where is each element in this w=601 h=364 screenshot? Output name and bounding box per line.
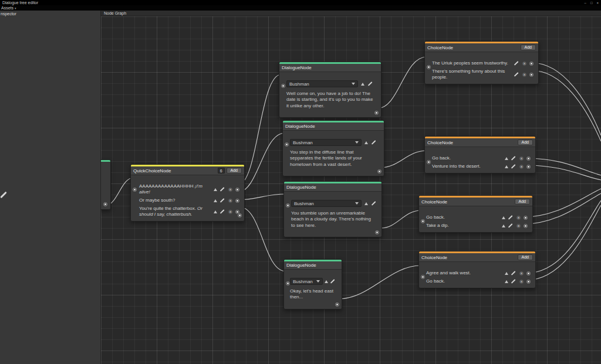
input-port[interactable] [421,219,425,223]
collapse-triangle-icon[interactable] [502,216,505,219]
choice-output-port[interactable] [526,280,531,284]
collapse-triangle-icon[interactable] [502,224,505,227]
remove-x-icon[interactable]: x [228,209,233,215]
add-choice-button[interactable]: Add [518,254,533,260]
node-header[interactable]: DialogueNode [283,123,384,131]
remove-x-icon[interactable]: x [522,61,527,66]
node-header[interactable]: DialogueNode [279,64,381,72]
edit-pencil-icon[interactable] [371,140,377,145]
remove-x-icon[interactable]: x [228,187,233,192]
remove-x-icon[interactable]: x [516,215,521,220]
edit-pencil-icon[interactable] [367,81,373,87]
add-choice-button[interactable]: Add [515,199,530,205]
collapse-triangle-icon[interactable] [505,280,508,283]
node-header[interactable]: ChoiceNode Add [425,43,538,52]
dialogue-node[interactable]: DialogueNode Bushman You stumble upon an… [283,181,382,237]
input-port[interactable] [427,160,431,164]
input-port[interactable] [286,203,290,207]
edit-pencil-icon[interactable] [371,200,377,206]
node-header[interactable]: ChoiceNode Add [419,198,532,206]
choice-output-port[interactable] [235,199,239,203]
edit-pencil-icon[interactable] [330,278,336,284]
output-port[interactable] [238,213,242,217]
collapse-triangle-icon[interactable] [361,83,364,86]
add-choice-button[interactable]: Add [227,168,242,174]
input-port[interactable] [427,65,431,69]
choice-output-port[interactable] [235,188,239,192]
minimize-icon[interactable]: – [585,1,586,5]
collapse-triangle-icon[interactable] [214,188,217,191]
input-port[interactable] [421,275,425,279]
input-port[interactable] [281,84,285,88]
remove-x-icon[interactable]: x [519,279,524,284]
choice-text: Go back. [432,155,502,161]
input-port[interactable] [286,281,290,285]
collapse-triangle-icon[interactable] [364,141,368,144]
add-choice-button[interactable]: Add [518,140,533,145]
output-port[interactable] [375,230,379,234]
edit-pencil-icon[interactable] [0,190,8,199]
collapse-triangle-icon[interactable] [505,272,508,275]
collapse-triangle-icon[interactable] [505,157,508,160]
remove-x-icon[interactable]: x [516,223,521,229]
collapse-triangle-icon[interactable] [214,210,217,213]
remove-x-icon[interactable]: x [228,198,233,203]
node-graph-tab[interactable]: Node Graph [101,11,601,16]
edit-pencil-icon[interactable] [220,186,225,192]
choice-output-port[interactable] [529,62,534,66]
remove-x-icon[interactable]: x [519,164,524,169]
speaker-dropdown[interactable]: Bushman [286,80,358,87]
speaker-dropdown[interactable]: Bushman [290,278,323,285]
clipped-node[interactable] [101,159,111,210]
dialogue-node[interactable]: DialogueNode Bushman Well come on, you h… [279,62,381,118]
output-port[interactable] [374,111,379,115]
speaker-dropdown[interactable]: Bushman [291,200,362,207]
input-port[interactable] [133,188,137,192]
remove-x-icon[interactable]: x [519,156,524,161]
close-icon[interactable]: × [596,1,599,5]
choice-node[interactable]: ChoiceNode Add The Urluk peoples seem tr… [424,41,539,84]
output-port[interactable] [377,169,381,174]
output-port[interactable] [335,302,339,307]
choice-output-port[interactable] [524,216,528,220]
choice-node[interactable]: ChoiceNode Add Agree and walk west. x Go… [418,251,536,288]
choice-node[interactable]: ChoiceNode Add Go back. x Venture into t… [424,136,536,174]
edit-pencil-icon[interactable] [220,198,225,203]
edit-pencil-icon[interactable] [508,215,514,220]
collapse-triangle-icon[interactable] [364,202,368,205]
edit-pencil-icon[interactable] [511,155,516,161]
collapse-triangle-icon[interactable] [325,280,328,283]
collapse-triangle-icon[interactable] [214,199,217,202]
node-header[interactable]: ChoiceNode Add [419,253,535,262]
choice-output-port[interactable] [529,73,534,77]
edit-pencil-icon[interactable] [514,72,519,77]
remove-x-icon[interactable]: x [522,72,527,77]
collapse-triangle-icon[interactable] [505,165,508,168]
maximize-icon[interactable]: □ [590,1,593,5]
node-header[interactable]: DialogueNode [284,183,381,192]
edit-pencil-icon[interactable] [511,278,516,284]
assets-menu[interactable]: Assets ▾ [1,6,16,10]
dialogue-node[interactable]: DialogueNode Bushman You step in the dif… [282,120,384,176]
edit-pencil-icon[interactable] [508,223,514,229]
node-header[interactable]: QuickChoiceNode 6 Add [131,166,244,175]
edit-pencil-icon[interactable] [514,60,519,66]
choice-output-port[interactable] [524,224,528,228]
edit-pencil-icon[interactable] [511,270,516,276]
quick-choice-node[interactable]: QuickChoiceNode 6 Add AAAAAAAAAAAAAHHHH … [130,164,245,222]
choice-output-port[interactable] [526,271,531,275]
speaker-dropdown[interactable]: Bushman [290,139,362,146]
node-header[interactable]: DialogueNode [284,261,342,270]
edit-pencil-icon[interactable] [511,164,516,169]
node-header[interactable]: ChoiceNode Add [425,138,535,147]
choice-output-port[interactable] [526,157,531,161]
input-port[interactable] [285,142,289,147]
graph-canvas[interactable]: QuickChoiceNode 6 Add AAAAAAAAAAAAAHHHH … [101,16,601,364]
remove-x-icon[interactable]: x [519,271,524,276]
output-port[interactable] [103,202,107,206]
add-choice-button[interactable]: Add [521,45,536,50]
edit-pencil-icon[interactable] [220,209,225,215]
choice-output-port[interactable] [526,165,531,169]
dialogue-node[interactable]: DialogueNode Bushman Okay, let's head ea… [283,259,342,309]
choice-node[interactable]: ChoiceNode Add Go back. x Take a dip. x [418,195,533,233]
